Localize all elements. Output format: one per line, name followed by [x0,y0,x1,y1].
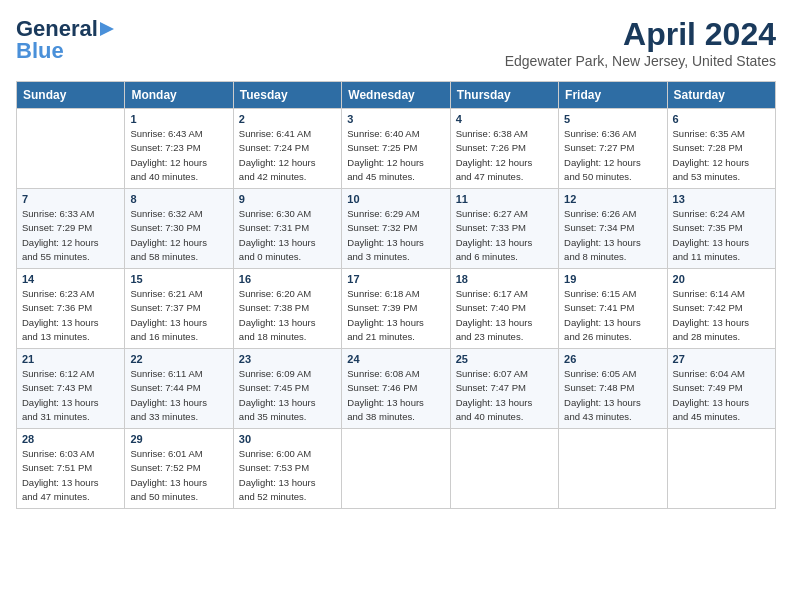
column-header-saturday: Saturday [667,82,775,109]
day-info-line: and 52 minutes. [239,490,336,504]
day-info-line: Sunset: 7:45 PM [239,381,336,395]
day-info: Sunrise: 6:26 AMSunset: 7:34 PMDaylight:… [564,207,661,264]
day-info-line: Sunset: 7:24 PM [239,141,336,155]
day-info-line: Daylight: 13 hours [673,236,770,250]
day-info-line: Sunrise: 6:03 AM [22,447,119,461]
calendar-cell: 22Sunrise: 6:11 AMSunset: 7:44 PMDayligh… [125,349,233,429]
day-info-line: Daylight: 13 hours [239,316,336,330]
day-info-line: and 45 minutes. [673,410,770,424]
column-header-sunday: Sunday [17,82,125,109]
calendar-week-2: 7Sunrise: 6:33 AMSunset: 7:29 PMDaylight… [17,189,776,269]
calendar-cell: 20Sunrise: 6:14 AMSunset: 7:42 PMDayligh… [667,269,775,349]
day-info-line: Sunset: 7:48 PM [564,381,661,395]
logo-blue: Blue [16,38,64,64]
day-info-line: Daylight: 13 hours [239,476,336,490]
day-number: 28 [22,433,119,445]
day-info-line: Daylight: 12 hours [130,236,227,250]
day-info-line: and 47 minutes. [456,170,553,184]
day-info-line: Sunset: 7:51 PM [22,461,119,475]
day-info-line: Sunrise: 6:08 AM [347,367,444,381]
day-info: Sunrise: 6:20 AMSunset: 7:38 PMDaylight:… [239,287,336,344]
day-info: Sunrise: 6:30 AMSunset: 7:31 PMDaylight:… [239,207,336,264]
calendar-cell: 6Sunrise: 6:35 AMSunset: 7:28 PMDaylight… [667,109,775,189]
day-number: 13 [673,193,770,205]
day-number: 3 [347,113,444,125]
day-info-line: Sunrise: 6:38 AM [456,127,553,141]
day-info-line: Sunset: 7:35 PM [673,221,770,235]
day-info-line: Sunset: 7:27 PM [564,141,661,155]
calendar-cell: 11Sunrise: 6:27 AMSunset: 7:33 PMDayligh… [450,189,558,269]
day-info-line: Sunrise: 6:40 AM [347,127,444,141]
day-number: 4 [456,113,553,125]
day-info-line: and 50 minutes. [564,170,661,184]
day-info-line: Sunrise: 6:23 AM [22,287,119,301]
day-info-line: Sunrise: 6:05 AM [564,367,661,381]
calendar-cell: 9Sunrise: 6:30 AMSunset: 7:31 PMDaylight… [233,189,341,269]
day-info-line: and 47 minutes. [22,490,119,504]
day-info-line: Sunrise: 6:17 AM [456,287,553,301]
day-info-line: Sunset: 7:49 PM [673,381,770,395]
day-info-line: Sunset: 7:38 PM [239,301,336,315]
calendar-cell [450,429,558,509]
day-info-line: Daylight: 12 hours [22,236,119,250]
day-info-line: Sunset: 7:52 PM [130,461,227,475]
day-number: 10 [347,193,444,205]
day-info-line: Sunset: 7:40 PM [456,301,553,315]
day-number: 7 [22,193,119,205]
day-info-line: Sunrise: 6:11 AM [130,367,227,381]
day-number: 25 [456,353,553,365]
day-info: Sunrise: 6:15 AMSunset: 7:41 PMDaylight:… [564,287,661,344]
day-info-line: Sunrise: 6:04 AM [673,367,770,381]
day-info-line: Sunrise: 6:15 AM [564,287,661,301]
day-info-line: and 55 minutes. [22,250,119,264]
day-info-line: and 21 minutes. [347,330,444,344]
day-info: Sunrise: 6:21 AMSunset: 7:37 PMDaylight:… [130,287,227,344]
day-number: 14 [22,273,119,285]
day-info: Sunrise: 6:43 AMSunset: 7:23 PMDaylight:… [130,127,227,184]
day-info-line: and 58 minutes. [130,250,227,264]
day-info: Sunrise: 6:14 AMSunset: 7:42 PMDaylight:… [673,287,770,344]
day-info-line: and 18 minutes. [239,330,336,344]
day-info: Sunrise: 6:05 AMSunset: 7:48 PMDaylight:… [564,367,661,424]
day-info-line: Sunset: 7:46 PM [347,381,444,395]
calendar-cell: 21Sunrise: 6:12 AMSunset: 7:43 PMDayligh… [17,349,125,429]
day-info-line: Daylight: 13 hours [456,316,553,330]
day-info-line: Sunset: 7:33 PM [456,221,553,235]
day-info-line: and 40 minutes. [130,170,227,184]
day-info: Sunrise: 6:00 AMSunset: 7:53 PMDaylight:… [239,447,336,504]
day-info: Sunrise: 6:03 AMSunset: 7:51 PMDaylight:… [22,447,119,504]
day-info-line: Sunset: 7:29 PM [22,221,119,235]
day-info-line: Sunset: 7:23 PM [130,141,227,155]
day-info-line: Daylight: 13 hours [673,396,770,410]
logo-arrow-icon [100,20,118,38]
page-title: April 2024 [505,16,776,53]
day-info: Sunrise: 6:27 AMSunset: 7:33 PMDaylight:… [456,207,553,264]
day-info-line: and 3 minutes. [347,250,444,264]
day-info-line: Sunset: 7:47 PM [456,381,553,395]
day-info-line: and 43 minutes. [564,410,661,424]
day-number: 29 [130,433,227,445]
column-header-friday: Friday [559,82,667,109]
calendar-week-4: 21Sunrise: 6:12 AMSunset: 7:43 PMDayligh… [17,349,776,429]
title-section: April 2024 Edgewater Park, New Jersey, U… [505,16,776,69]
day-info-line: Sunrise: 6:30 AM [239,207,336,221]
logo: General Blue [16,16,118,64]
day-number: 18 [456,273,553,285]
day-info-line: Daylight: 13 hours [22,476,119,490]
day-info-line: Sunrise: 6:35 AM [673,127,770,141]
calendar-cell: 8Sunrise: 6:32 AMSunset: 7:30 PMDaylight… [125,189,233,269]
day-info-line: Sunrise: 6:43 AM [130,127,227,141]
day-info-line: Daylight: 13 hours [456,396,553,410]
day-info-line: Sunrise: 6:18 AM [347,287,444,301]
day-info-line: Daylight: 13 hours [22,396,119,410]
day-info-line: Sunrise: 6:32 AM [130,207,227,221]
calendar-cell: 16Sunrise: 6:20 AMSunset: 7:38 PMDayligh… [233,269,341,349]
day-info-line: and 11 minutes. [673,250,770,264]
column-header-monday: Monday [125,82,233,109]
day-info-line: and 26 minutes. [564,330,661,344]
day-info-line: Daylight: 13 hours [564,236,661,250]
day-info-line: Daylight: 13 hours [130,396,227,410]
day-info-line: Daylight: 13 hours [673,316,770,330]
day-number: 24 [347,353,444,365]
day-info-line: Sunset: 7:28 PM [673,141,770,155]
